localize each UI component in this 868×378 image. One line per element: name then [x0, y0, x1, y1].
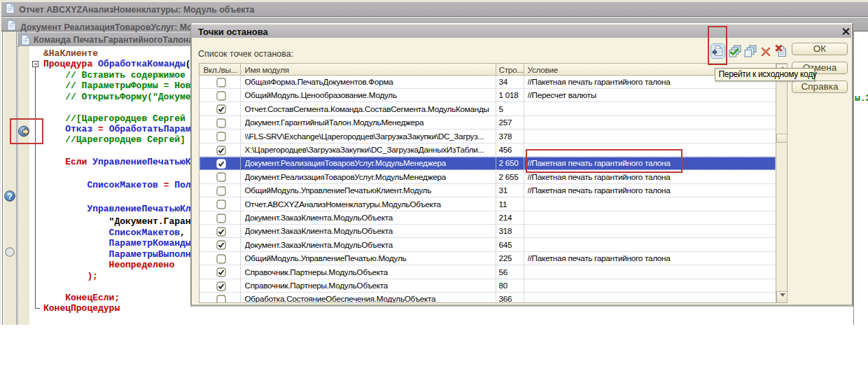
svg-text:?: ?	[7, 191, 12, 201]
